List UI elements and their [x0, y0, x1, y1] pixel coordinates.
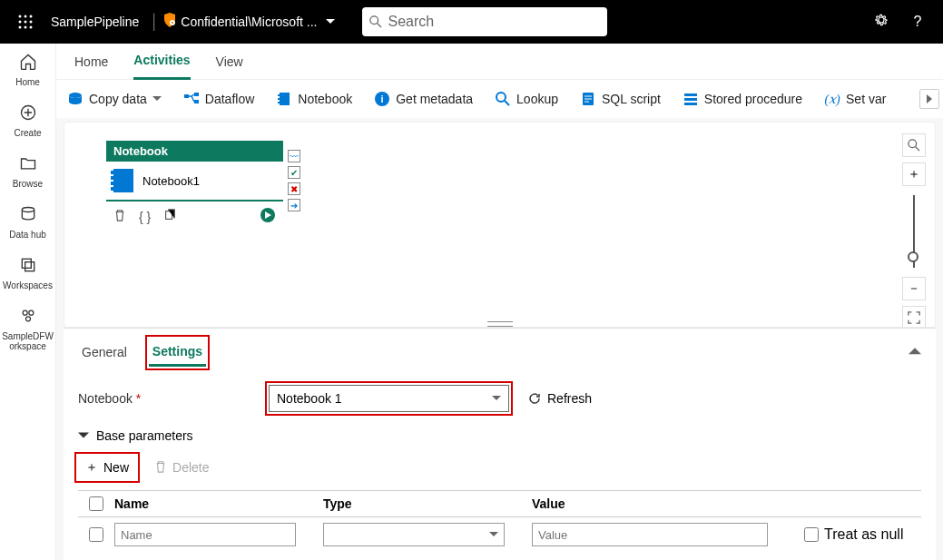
delete-param-button[interactable]: Delete — [154, 460, 209, 476]
notebook-label: Notebook * — [78, 391, 269, 406]
activity-ribbon: Copy data Dataflow Notebook i Get metada… — [56, 80, 943, 118]
left-nav-rail: Home Create Browse Data hub Workspaces S… — [0, 44, 56, 560]
help-icon[interactable]: ? — [899, 14, 936, 30]
ribbon-stored-procedure[interactable]: Stored procedure — [683, 91, 802, 107]
app-launcher-icon[interactable] — [7, 15, 44, 29]
svg-rect-23 — [280, 93, 290, 105]
home-icon — [19, 53, 37, 75]
rail-item-workspaces[interactable]: Workspaces — [0, 256, 56, 290]
notebook-activity-card[interactable]: Notebook Notebook1 { } — [106, 141, 283, 235]
param-value-input[interactable] — [532, 523, 768, 546]
plus-icon: ＋ — [85, 459, 98, 476]
rail-item-datahub[interactable]: Data hub — [0, 205, 56, 240]
lookup-search-icon — [495, 91, 511, 107]
config-tab-settings[interactable]: Settings — [149, 339, 206, 367]
tab-home[interactable]: Home — [74, 44, 108, 80]
tab-view[interactable]: View — [216, 44, 243, 80]
svg-point-0 — [19, 15, 22, 18]
chevron-down-icon — [492, 394, 501, 403]
variable-icon: (𝑥) — [824, 91, 840, 107]
dataflow-icon — [183, 91, 200, 107]
datahub-icon — [19, 205, 37, 228]
ribbon-copy-data[interactable]: Copy data — [67, 91, 162, 107]
editor-tabs: Home Activities View — [56, 44, 943, 80]
completion-port-icon[interactable]: ➔ — [288, 199, 300, 211]
copy-icon[interactable] — [163, 209, 176, 224]
svg-rect-15 — [25, 262, 34, 271]
svg-point-6 — [19, 26, 22, 29]
param-name-input[interactable] — [114, 523, 296, 546]
success-port-icon[interactable]: ✔ — [288, 166, 300, 179]
breadcrumb-separator: │ — [146, 14, 162, 30]
treat-as-null-checkbox[interactable] — [804, 527, 819, 542]
config-tabs: General Settings — [78, 336, 921, 368]
new-param-button[interactable]: ＋ New — [78, 456, 136, 479]
search-input[interactable]: Search — [362, 7, 607, 36]
col-header-value: Value — [532, 496, 804, 511]
svg-point-17 — [28, 310, 33, 315]
settings-gear-icon[interactable] — [863, 12, 899, 32]
zoom-out-icon[interactable]: － — [902, 277, 926, 300]
ribbon-lookup[interactable]: Lookup — [495, 91, 558, 107]
ribbon-set-variable[interactable]: (𝑥) Set var — [824, 91, 886, 107]
code-braces-icon[interactable]: { } — [139, 210, 151, 224]
rail-item-browse[interactable]: Browse — [0, 154, 56, 189]
workspace-dropdown-icon[interactable] — [317, 14, 344, 30]
param-actions-row: ＋ New Delete — [78, 456, 921, 479]
fit-screen-icon[interactable] — [902, 306, 926, 328]
ribbon-dataflow[interactable]: Dataflow — [183, 91, 254, 107]
select-all-checkbox[interactable] — [89, 496, 103, 511]
svg-point-3 — [19, 21, 22, 24]
row-select-checkbox[interactable] — [89, 527, 103, 542]
ribbon-notebook[interactable]: Notebook — [276, 91, 352, 107]
chart-port-icon[interactable]: 〰 — [288, 150, 300, 162]
canvas-toolbar: ＋ － — [902, 133, 926, 328]
panel-collapse-icon[interactable] — [909, 344, 921, 360]
rail-item-sample-workspace[interactable]: SampleDFW orkspace — [0, 307, 56, 351]
ribbon-get-metadata[interactable]: i Get metadata — [374, 91, 473, 107]
run-arrow-icon[interactable] — [260, 207, 276, 226]
refresh-button[interactable]: Refresh — [527, 391, 592, 406]
zoom-slider[interactable] — [913, 195, 915, 268]
search-wrap: Search — [362, 7, 607, 36]
svg-rect-20 — [184, 94, 189, 98]
svg-point-8 — [30, 26, 33, 29]
canvas-search-icon[interactable] — [902, 133, 926, 157]
svg-point-19 — [69, 93, 82, 98]
tab-activities[interactable]: Activities — [133, 44, 190, 80]
info-icon: i — [374, 91, 390, 107]
base-parameters-table: Name Type Value Treat as null — [78, 490, 921, 552]
svg-point-7 — [25, 26, 27, 29]
svg-point-2 — [30, 15, 33, 18]
rail-item-home[interactable]: Home — [0, 53, 56, 87]
stored-proc-icon — [683, 91, 699, 107]
svg-point-18 — [25, 317, 30, 321]
zoom-slider-handle[interactable] — [908, 251, 918, 262]
main-area: Home Activities View Copy data Dataflow … — [56, 44, 943, 560]
svg-rect-22 — [194, 100, 199, 103]
ribbon-scroll-right[interactable] — [919, 89, 939, 109]
svg-text:i: i — [381, 93, 384, 104]
svg-line-11 — [378, 24, 381, 27]
base-parameters-toggle[interactable]: Base parameters — [78, 428, 921, 443]
param-type-dropdown[interactable] — [323, 523, 505, 546]
delete-icon[interactable] — [113, 209, 126, 224]
svg-point-1 — [25, 15, 27, 18]
rail-item-create[interactable]: Create — [0, 103, 56, 138]
search-placeholder: Search — [388, 14, 434, 30]
sql-script-icon — [580, 91, 596, 107]
activity-config-panel: General Settings Notebook * Notebook 1 R… — [64, 328, 936, 560]
col-header-name: Name — [114, 496, 323, 511]
failure-port-icon[interactable]: ✖ — [288, 182, 300, 195]
zoom-in-icon[interactable]: ＋ — [902, 162, 926, 186]
col-header-type: Type — [323, 496, 532, 511]
chevron-down-icon — [78, 430, 89, 441]
notebook-field-row: Notebook * Notebook 1 Refresh — [78, 385, 921, 412]
activity-status-ports: 〰 ✔ ✖ ➔ — [288, 150, 300, 211]
pipeline-canvas[interactable]: ＋ － Notebook Notebook1 { } 〰 ✔ ✖ ➔ — [64, 122, 936, 328]
ribbon-sql-script[interactable]: SQL script — [580, 91, 661, 107]
svg-rect-37 — [684, 103, 697, 105]
notebook-dropdown[interactable]: Notebook 1 — [269, 385, 509, 412]
treat-as-null-label: Treat as null — [824, 526, 903, 543]
config-tab-general[interactable]: General — [78, 339, 131, 365]
